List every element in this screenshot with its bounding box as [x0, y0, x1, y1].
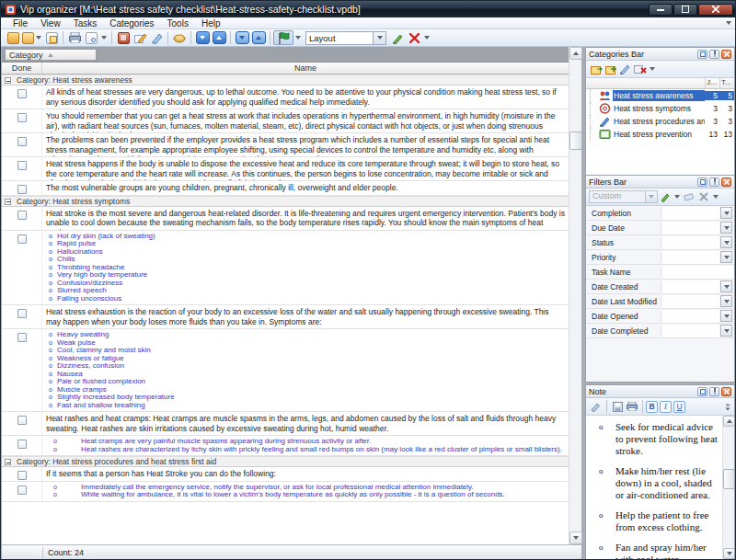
collapse-group-icon[interactable]	[5, 77, 11, 84]
category-label[interactable]: Heat stress prevention	[613, 129, 705, 140]
print-preview-button[interactable]	[83, 30, 99, 45]
filter-value-field[interactable]	[662, 280, 719, 293]
column-header-name[interactable]: Name	[42, 63, 569, 74]
complete-task-button[interactable]	[171, 30, 188, 45]
done-checkbox[interactable]	[17, 137, 27, 146]
note-scroll-down-button[interactable]	[723, 548, 734, 559]
move-down-button[interactable]	[194, 30, 211, 45]
filters-toolbar-caret-icon[interactable]	[713, 195, 719, 199]
print-note-button[interactable]	[625, 399, 639, 414]
category-label[interactable]: Heat stress symptoms	[613, 103, 705, 114]
done-checkbox[interactable]	[17, 416, 27, 425]
note-scrollbar[interactable]	[722, 416, 734, 559]
task-row[interactable]: oHot dry skin (lack of sweating)oRapid p…	[2, 231, 569, 306]
task-row[interactable]: Heat stress happens if the body is unabl…	[2, 157, 569, 181]
note-scrollbar-thumb[interactable]	[723, 469, 734, 489]
done-checkbox[interactable]	[17, 309, 27, 318]
filter-dropdown-button[interactable]	[720, 222, 732, 234]
task-row[interactable]: oImmediately call the emergency service,…	[2, 482, 569, 502]
filter-value-field[interactable]	[662, 325, 719, 337]
print-group-caret-icon[interactable]	[101, 36, 107, 40]
move-up-button[interactable]	[211, 30, 227, 45]
panel-close-icon[interactable]	[721, 50, 731, 59]
menu-file[interactable]: File	[6, 18, 34, 29]
scrollbar-thumb[interactable]	[569, 131, 582, 150]
group-header[interactable]: Category: Heat stress procedures and hea…	[2, 456, 569, 467]
menu-tasks[interactable]: Tasks	[67, 18, 104, 29]
new-item-dropdown-button[interactable]	[21, 30, 43, 45]
group-caret-icon[interactable]	[295, 36, 301, 40]
task-row[interactable]: oHeat cramps are very painful muscle spa…	[2, 436, 569, 456]
bold-button[interactable]: B	[646, 401, 658, 413]
menu-view[interactable]: View	[34, 18, 67, 29]
panel-pin-icon[interactable]	[709, 177, 719, 187]
grid-vertical-scrollbar[interactable]	[569, 47, 581, 544]
panel-close-icon[interactable]	[721, 387, 731, 396]
collapse-group-icon[interactable]	[5, 459, 11, 465]
panel-restore-icon[interactable]	[697, 177, 707, 187]
task-row[interactable]: All kinds of heat stresses are very dang…	[2, 86, 569, 109]
scroll-up-button[interactable]	[569, 47, 582, 60]
done-checkbox[interactable]	[17, 471, 27, 480]
filter-dropdown-button[interactable]	[720, 251, 732, 263]
category-label[interactable]: Heat stress procedures and heat stre	[613, 116, 705, 127]
done-checkbox[interactable]	[17, 161, 27, 170]
category-label[interactable]: Heat stress awareness	[613, 90, 705, 101]
categories-toolbar-caret-icon[interactable]	[650, 67, 655, 71]
toolbar-overflow-caret-icon[interactable]	[424, 36, 430, 40]
menu-tools[interactable]: Tools	[161, 18, 195, 29]
menu-categories[interactable]: Categories	[103, 18, 160, 29]
menu-help[interactable]: Help	[195, 18, 227, 29]
categories-col-undone[interactable]: J...	[705, 78, 719, 88]
layout-combobox[interactable]: Layout	[305, 31, 386, 45]
filter-value-field[interactable]	[662, 310, 719, 323]
menubar-overflow-icon[interactable]	[726, 21, 731, 25]
filter-dropdown-button[interactable]	[720, 310, 732, 322]
task-row[interactable]: If it seems that a person has Heat Strok…	[2, 467, 569, 482]
panel-restore-icon[interactable]	[697, 50, 707, 59]
panel-pin-icon[interactable]	[709, 50, 719, 59]
edit-category-button[interactable]	[618, 62, 633, 76]
panel-restore-icon[interactable]	[697, 387, 707, 396]
scroll-down-button[interactable]	[569, 531, 582, 544]
group-header[interactable]: Category: Heat stress symptoms	[2, 196, 569, 207]
group-by-category-button[interactable]: Category	[5, 49, 97, 61]
filter-value-field[interactable]	[662, 295, 719, 308]
done-checkbox[interactable]	[17, 211, 27, 220]
note-content[interactable]: oSeek for medical advice to prevent foll…	[586, 416, 734, 559]
done-checkbox[interactable]	[17, 440, 27, 449]
done-checkbox[interactable]	[17, 113, 27, 122]
apply-filter-caret-icon[interactable]	[674, 195, 680, 199]
note-toolbar-overflow-icon[interactable]: »	[723, 403, 732, 411]
task-row[interactable]: The problems can been prevented if the e…	[2, 133, 569, 157]
task-row[interactable]: Heat rashes and heat cramps: Heat cramps…	[2, 412, 569, 436]
panel-close-icon[interactable]	[721, 177, 731, 187]
done-checkbox[interactable]	[17, 486, 27, 495]
filter-preset-drop[interactable]	[646, 190, 658, 203]
filter-dropdown-button[interactable]	[720, 207, 732, 219]
edit-note-text-button[interactable]	[589, 399, 604, 414]
category-item[interactable]: Heat stress procedures and heat stre33	[586, 115, 734, 128]
delete-note-button[interactable]	[148, 30, 165, 45]
filter-value-field[interactable]	[662, 266, 733, 279]
collapse-all-button[interactable]	[250, 30, 267, 45]
category-item[interactable]: Heat stress symptoms33	[586, 102, 734, 115]
delete-filter-button[interactable]	[696, 189, 711, 204]
note-scroll-up-button[interactable]	[723, 416, 734, 427]
task-row[interactable]: The most vulnerable groups are young chi…	[2, 181, 569, 196]
filter-value-field[interactable]	[662, 207, 719, 220]
edit-note-button[interactable]	[132, 30, 148, 45]
delete-category-button[interactable]	[633, 62, 648, 76]
group-header[interactable]: Category: Heat stress awareness	[2, 74, 569, 86]
panel-pin-icon[interactable]	[709, 387, 719, 396]
done-checkbox[interactable]	[17, 89, 27, 98]
italic-button[interactable]: I	[660, 401, 672, 413]
done-checkbox[interactable]	[17, 234, 27, 244]
print-button[interactable]	[66, 30, 83, 45]
filter-dropdown-button[interactable]	[720, 295, 732, 307]
clear-filter-button[interactable]	[682, 189, 696, 204]
filter-value-field[interactable]	[662, 236, 719, 249]
filter-value-field[interactable]	[662, 251, 719, 264]
save-note-button[interactable]	[610, 399, 625, 414]
collapse-group-icon[interactable]	[5, 199, 11, 205]
